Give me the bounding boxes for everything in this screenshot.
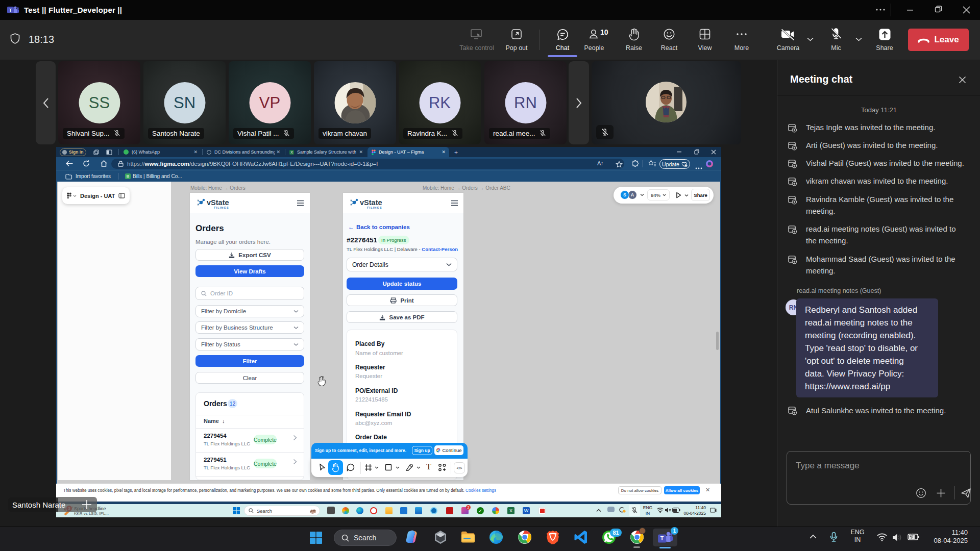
svg-text:vState: vState: [207, 198, 229, 207]
svg-text:T: T: [660, 535, 664, 541]
svg-text:FILINGS: FILINGS: [214, 206, 229, 209]
svg-text:T: T: [9, 8, 12, 13]
svg-text:FILINGS: FILINGS: [367, 206, 382, 209]
svg-text:vState: vState: [360, 198, 382, 207]
